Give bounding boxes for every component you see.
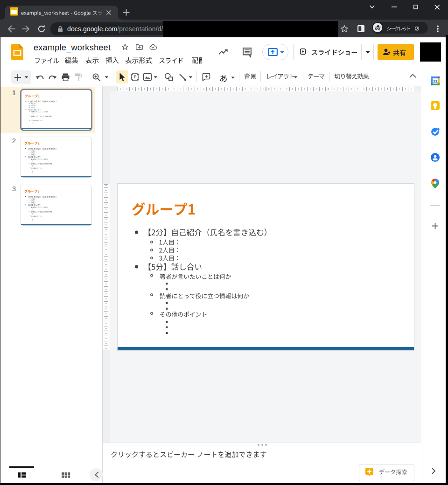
svg-text:31: 31: [433, 78, 438, 83]
